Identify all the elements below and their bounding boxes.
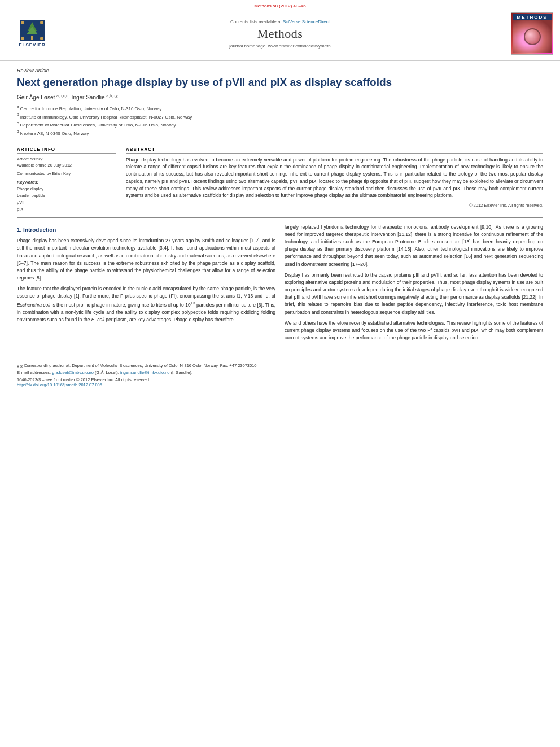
elsevier-wordmark: ELSEVIER	[19, 42, 46, 47]
footer-doi-section: 1046-2023/$ – see front matter © 2012 El…	[17, 377, 543, 387]
methods-cover-cell-shape	[524, 28, 541, 45]
homepage-text: journal homepage: www.elsevier.com/locat…	[229, 43, 331, 49]
journal-meta-top: Methods 58 (2012) 40–46	[0, 2, 560, 10]
history-label: Article history:	[17, 156, 116, 161]
info-abstract-section: ARTICLE INFO Article history: Available …	[17, 147, 543, 213]
abstract-text: Phage display technology has evolved to …	[126, 156, 543, 200]
footnote-section: ⁎ ⁎ Corresponding author at: Department …	[17, 362, 543, 375]
affil-a-text: Centre for Immune Regulation, University…	[20, 106, 162, 111]
svg-point-5	[40, 21, 43, 24]
abstract-header: ABSTRACT	[126, 147, 543, 154]
affil-c-text: Department of Molecular Biosciences, Uni…	[20, 123, 176, 128]
section-divider-2	[17, 217, 543, 218]
affil-d-sup: d	[17, 131, 19, 136]
body-col-right: largely replaced hybridoma technology fo…	[285, 224, 543, 346]
keyword-pvii: pVII	[17, 199, 116, 206]
intro-heading: 1. Introduction	[17, 226, 275, 235]
copyright-line: © 2012 Elsevier Inc. All rights reserved…	[126, 203, 543, 208]
journal-header: Methods 58 (2012) 40–46	[0, 0, 560, 61]
article-footer: ⁎ ⁎ Corresponding author at: Department …	[0, 359, 560, 390]
journal-header-inner: ELSEVIER Contents lists available at Sci…	[0, 10, 560, 57]
footnote-star: ⁎	[17, 363, 19, 368]
journal-center: Contents lists available at SciVerse Sci…	[58, 19, 502, 49]
journal-volume-issue: Methods 58 (2012) 40–46	[254, 3, 306, 8]
email-line: E-mail addresses: g.a.loset@imbv.uio.no …	[17, 369, 543, 375]
issn-line: 1046-2023/$ – see front matter © 2012 El…	[17, 377, 543, 382]
affiliations: a Centre for Immune Regulation, Universi…	[17, 104, 543, 137]
section-divider-1	[17, 142, 543, 142]
keywords-label: Keywords:	[17, 180, 116, 185]
review-article-label: Review Article	[17, 68, 543, 73]
keyword-leader-peptide: Leader peptide	[17, 193, 116, 199]
methods-cover-title: METHODS	[513, 14, 552, 20]
available-online: Available online 20 July 2012	[17, 163, 116, 168]
journal-homepage: journal homepage: www.elsevier.com/locat…	[63, 43, 497, 49]
intro-para-1: Phage display has been extensively devel…	[17, 237, 275, 282]
affil-c-sup: c	[17, 123, 19, 128]
methods-cover-visual	[513, 20, 552, 53]
keyword-pix: pIX	[17, 206, 116, 213]
doi-line: http://dx.doi.org/10.1016/j.ymeth.2012.0…	[17, 382, 543, 387]
svg-point-6	[21, 37, 24, 40]
contents-text: Contents lists available at	[230, 19, 282, 24]
corresponding-note: ⁎ ⁎ Corresponding author at: Department …	[17, 362, 543, 369]
methods-cover-image: METHODS	[511, 12, 553, 55]
right-para-3: We and others have therefore recently es…	[285, 320, 543, 342]
doi-link[interactable]: http://dx.doi.org/10.1016/j.ymeth.2012.0…	[17, 382, 102, 387]
affil-d-text: Nextera AS, N-0349 Oslo, Norway	[20, 131, 89, 136]
elsevier-logo-area: ELSEVIER	[7, 19, 58, 49]
email1-name: (G.Å. Løset)	[95, 370, 118, 375]
email2-name: (I. Sandlie).	[171, 370, 193, 375]
sciverse-link[interactable]: SciVerse ScienceDirect	[283, 19, 330, 24]
authors-line: Geir Åge Løset a,b,c,d, Inger Sandlie a,…	[17, 94, 543, 101]
email2-link[interactable]: inger.sandlie@imbv.uio.no	[120, 370, 170, 375]
communicated-by: Communicated by Brian Kay	[17, 171, 116, 176]
email-label: E-mail addresses:	[17, 370, 51, 375]
right-para-2: Display has primarily been restricted to…	[285, 272, 543, 316]
body-section: 1. Introduction Phage display has been e…	[17, 224, 543, 346]
corresponding-text: ⁎ Corresponding author at: Department of…	[20, 363, 258, 368]
contents-line: Contents lists available at SciVerse Sci…	[63, 19, 497, 24]
abstract-column: ABSTRACT Phage display technology has ev…	[126, 147, 543, 213]
article-info-column: ARTICLE INFO Article history: Available …	[17, 147, 116, 213]
keyword-phage-display: Phage display	[17, 186, 116, 193]
right-para-1: largely replaced hybridoma technology fo…	[285, 224, 543, 268]
svg-point-4	[21, 21, 24, 24]
affil-b-sup: b	[17, 114, 19, 119]
email1-link[interactable]: g.a.loset@imbv.uio.no	[52, 370, 94, 375]
affil-b-text: Institute of Immunology, Oslo University…	[20, 114, 192, 119]
methods-cover-area: METHODS	[502, 12, 553, 55]
article-info-header: ARTICLE INFO	[17, 147, 116, 154]
svg-point-7	[40, 37, 43, 40]
body-col-left: 1. Introduction Phage display has been e…	[17, 224, 275, 346]
affil-a-sup: a	[17, 106, 19, 111]
intro-para-2: The feature that the displayed protein i…	[17, 285, 275, 324]
page: Methods 58 (2012) 40–46	[0, 0, 560, 747]
elsevier-tree-icon	[20, 20, 45, 41]
article-content: Review Article Next generation phage dis…	[0, 61, 560, 351]
journal-title: Methods	[63, 27, 497, 41]
elsevier-logo: ELSEVIER	[10, 19, 55, 49]
svg-rect-1	[31, 36, 33, 40]
article-title: Next generation phage display by use of …	[17, 76, 543, 89]
